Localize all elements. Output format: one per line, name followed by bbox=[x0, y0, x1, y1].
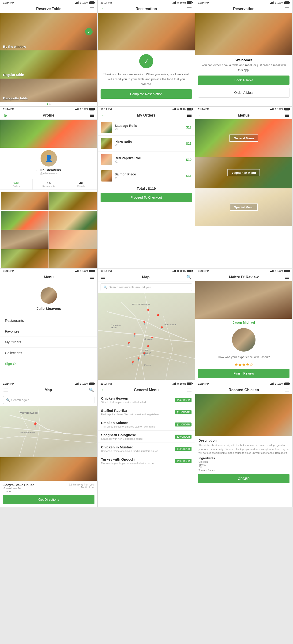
nav-left[interactable] bbox=[3, 388, 8, 392]
menu-entry[interactable]: Stuffed Paprika Red paprika pieces fille… bbox=[98, 406, 195, 418]
back-button[interactable]: ← bbox=[101, 6, 105, 11]
nav-right[interactable] bbox=[90, 276, 94, 278]
search-bar[interactable]: 🔍 Search again bbox=[3, 396, 94, 404]
menu-entry[interactable]: Chicken Heaven Sliced chicken pieces wit… bbox=[98, 394, 195, 406]
book-table-button[interactable]: Book A Table bbox=[198, 76, 290, 85]
gear-icon[interactable]: ⚙ bbox=[3, 113, 7, 118]
menu-button[interactable] bbox=[90, 276, 94, 278]
table-label: Banquette table bbox=[3, 96, 28, 100]
status-icons: ⊙ 100% bbox=[75, 382, 94, 385]
order-meal-button[interactable]: Order A Meal bbox=[198, 88, 290, 98]
menu-entry[interactable]: Spaghetti Bolognese Spaghetti with rich … bbox=[98, 430, 195, 443]
nav-left[interactable] bbox=[101, 276, 105, 278]
table-item[interactable]: Banquette table bbox=[0, 78, 97, 102]
back-button[interactable]: ← bbox=[199, 113, 203, 118]
menu-entry[interactable]: Turkey with Gnocchi Mozzarella,gauda,par… bbox=[98, 455, 195, 467]
nav-left[interactable]: ← bbox=[199, 388, 203, 392]
nav-left[interactable]: ← bbox=[3, 275, 8, 280]
nav-right[interactable] bbox=[187, 114, 192, 117]
reviewer-name: Jason Michael bbox=[195, 319, 292, 326]
checkout-button[interactable]: Proceed To Checkout bbox=[101, 193, 192, 202]
map[interactable]: WEST NORWOOD Thornton Heath 📍 bbox=[0, 406, 97, 457]
back-button[interactable]: ← bbox=[199, 275, 203, 279]
nav-left[interactable]: ← bbox=[199, 6, 203, 11]
restaurant-image bbox=[0, 457, 97, 481]
sidebar-item-my-orders[interactable]: My Orders bbox=[0, 337, 97, 348]
back-button[interactable]: ← bbox=[3, 275, 8, 279]
map-pin[interactable]: 📍 bbox=[32, 422, 38, 428]
nav-right[interactable]: 🔍 bbox=[186, 275, 192, 280]
battery-icon bbox=[187, 108, 192, 110]
search-icon: 🔍 bbox=[104, 286, 107, 289]
table-item[interactable]: Regular table bbox=[0, 50, 97, 78]
sidebar-item-sign-out[interactable]: Sign Out bbox=[0, 358, 97, 369]
menu-button[interactable] bbox=[187, 114, 192, 117]
menu-category[interactable]: General Menu bbox=[195, 119, 292, 157]
photo-4[interactable] bbox=[1, 230, 48, 249]
nav-right[interactable] bbox=[285, 276, 289, 278]
menu-button-left[interactable] bbox=[3, 388, 8, 392]
menu-button[interactable] bbox=[187, 388, 192, 392]
menu-category[interactable]: Special Menu bbox=[195, 188, 292, 226]
back-button[interactable]: ← bbox=[101, 388, 105, 392]
menu-button[interactable] bbox=[187, 8, 192, 10]
complete-reservation-button[interactable]: Complete Reservation bbox=[101, 89, 192, 99]
sidebar-item-favorites[interactable]: Favorites bbox=[0, 326, 97, 337]
order-item[interactable]: Salmon Piece x4 $61 bbox=[98, 168, 195, 184]
sidebar-item-restaurants[interactable]: Restaurants bbox=[0, 315, 97, 326]
photo-3[interactable] bbox=[49, 211, 97, 230]
finish-review-button[interactable]: Finish Review bbox=[198, 369, 290, 378]
search-bar[interactable]: 🔍 Search restaurants around you bbox=[101, 283, 192, 291]
photo-6[interactable] bbox=[1, 249, 48, 268]
nav-left[interactable]: ← bbox=[199, 275, 203, 280]
nav-title: General Menu bbox=[134, 388, 159, 392]
photo-0[interactable] bbox=[1, 192, 48, 210]
menu-button[interactable] bbox=[90, 8, 94, 10]
menu-button[interactable] bbox=[285, 8, 289, 10]
back-button[interactable]: ← bbox=[199, 388, 203, 392]
photo-5[interactable] bbox=[49, 230, 97, 249]
order-button[interactable]: ORDER bbox=[198, 474, 290, 483]
search-icon[interactable]: 🔍 bbox=[186, 275, 192, 280]
order-price: $19 bbox=[186, 158, 192, 162]
table-item[interactable]: By the window ✓ bbox=[0, 13, 97, 50]
nav-right[interactable] bbox=[285, 114, 289, 117]
back-button[interactable]: ← bbox=[199, 6, 203, 11]
order-qty: x3 bbox=[115, 128, 184, 131]
sidebar-item-collections[interactable]: Collections bbox=[0, 348, 97, 358]
menu-button[interactable] bbox=[285, 388, 289, 392]
nav-left[interactable]: ← bbox=[3, 6, 8, 11]
order-item[interactable]: Pizza Rolls x2 $26 bbox=[98, 136, 195, 152]
menu-entry[interactable]: Chicken in Mustard Chineese recipe of ch… bbox=[98, 443, 195, 455]
nav-right[interactable] bbox=[187, 388, 192, 392]
nav-left[interactable]: ← bbox=[101, 388, 105, 392]
nav-right[interactable] bbox=[285, 8, 289, 10]
order-item[interactable]: Sausage Rolls x3 $13 bbox=[98, 119, 195, 136]
nav-right[interactable] bbox=[285, 388, 289, 392]
photo-1[interactable] bbox=[49, 192, 97, 210]
nav-left[interactable]: ← bbox=[199, 113, 203, 118]
back-button[interactable]: ← bbox=[3, 6, 8, 11]
menu-entry[interactable]: Smoken Salmon Thin sliced pieces of smok… bbox=[98, 418, 195, 430]
menu-button[interactable] bbox=[285, 276, 289, 278]
nav-right[interactable]: 🔍 bbox=[89, 388, 94, 392]
nav-right[interactable] bbox=[90, 114, 94, 117]
menu-button[interactable] bbox=[285, 114, 289, 117]
menu-category[interactable]: Vegeterian Menu bbox=[195, 157, 292, 188]
search-icon[interactable]: 🔍 bbox=[89, 388, 94, 392]
get-directions-button[interactable]: Get Directions bbox=[3, 495, 94, 504]
photo-7[interactable] bbox=[49, 249, 97, 268]
back-button[interactable]: ← bbox=[101, 113, 105, 118]
nav-left[interactable]: ← bbox=[101, 113, 105, 118]
menu-button[interactable] bbox=[90, 114, 94, 117]
photo-2[interactable] bbox=[1, 211, 48, 230]
nav-left[interactable]: ← bbox=[101, 6, 105, 11]
map[interactable]: WEST NORWOODThornton HeathCroydonAddisco… bbox=[98, 293, 195, 380]
order-item[interactable]: Red Paprika Roll x1 $19 bbox=[98, 152, 195, 168]
nav-right[interactable] bbox=[187, 8, 192, 10]
wifi-icon: ⊙ bbox=[79, 2, 81, 4]
menu-button-left[interactable] bbox=[101, 276, 105, 278]
nav-right[interactable] bbox=[90, 8, 94, 10]
star-rating[interactable]: ★★★★☆ bbox=[195, 361, 292, 369]
nav-left[interactable]: ⚙ bbox=[3, 113, 7, 118]
